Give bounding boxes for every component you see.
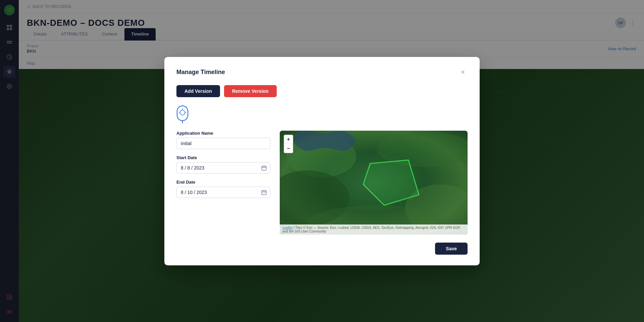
version-pin-icon bbox=[176, 105, 468, 125]
start-date-label: Start Date bbox=[176, 155, 270, 160]
modal-title: Manage Timeline bbox=[176, 69, 225, 76]
app-name-group: Application Name bbox=[176, 131, 270, 149]
modal-map: + − Leaflet | Tiles © Esri — Source: Esr… bbox=[280, 131, 468, 235]
start-date-wrapper bbox=[176, 162, 270, 174]
manage-timeline-modal: Manage Timeline × Add Version Remove Ver… bbox=[164, 57, 480, 265]
zoom-in-button[interactable]: + bbox=[284, 135, 293, 144]
map-satellite-view: + − Leaflet | Tiles © Esri — Source: Esr… bbox=[280, 131, 468, 235]
start-date-group: Start Date bbox=[176, 155, 270, 174]
remove-version-button[interactable]: Remove Version bbox=[224, 85, 277, 97]
app-name-input[interactable] bbox=[176, 138, 270, 149]
add-version-button[interactable]: Add Version bbox=[176, 85, 220, 97]
map-attribution: Leaflet | Tiles © Esri — Source: Esri, i… bbox=[280, 224, 468, 235]
start-date-calendar-icon[interactable] bbox=[258, 165, 270, 171]
save-button[interactable]: Save bbox=[435, 243, 468, 255]
zoom-out-button[interactable]: − bbox=[284, 144, 293, 153]
modal-action-buttons: Add Version Remove Version bbox=[176, 85, 468, 97]
app-name-label: Application Name bbox=[176, 131, 270, 136]
modal-body: Application Name Start Date bbox=[176, 131, 468, 235]
svg-rect-18 bbox=[262, 166, 266, 170]
svg-rect-13 bbox=[177, 106, 188, 121]
end-date-group: End Date bbox=[176, 180, 270, 198]
modal-header: Manage Timeline × bbox=[176, 68, 468, 77]
modal-close-button[interactable]: × bbox=[458, 68, 468, 77]
map-zoom-controls: + − bbox=[284, 135, 293, 153]
map-attribution-text: | Tiles © Esri — Source: Esri, i-cubed, … bbox=[282, 226, 461, 233]
svg-rect-22 bbox=[262, 191, 266, 195]
modal-form: Application Name Start Date bbox=[176, 131, 270, 235]
end-date-wrapper bbox=[176, 187, 270, 198]
end-date-input[interactable] bbox=[177, 187, 258, 198]
start-date-input[interactable] bbox=[177, 163, 258, 173]
modal-overlay: Manage Timeline × Add Version Remove Ver… bbox=[0, 0, 644, 322]
end-date-calendar-icon[interactable] bbox=[258, 190, 270, 195]
end-date-label: End Date bbox=[176, 180, 270, 185]
leaflet-link[interactable]: Leaflet bbox=[282, 226, 292, 230]
modal-footer: Save bbox=[176, 243, 468, 255]
